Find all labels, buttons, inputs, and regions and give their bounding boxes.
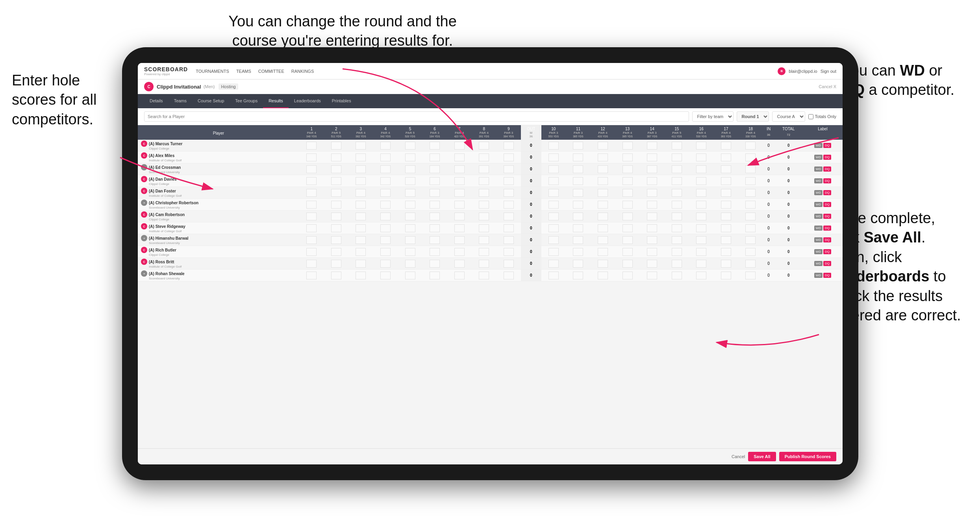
hole-7-input-row-3[interactable] xyxy=(447,175,472,187)
hole-8-input-row-6[interactable] xyxy=(472,211,496,222)
hole-14-score-input[interactable] xyxy=(647,224,657,232)
hole-18-score-input[interactable] xyxy=(745,165,756,173)
hole-7-input-row-0[interactable] xyxy=(447,140,472,152)
sign-out-link[interactable]: Sign out xyxy=(821,69,836,74)
hole-14-input-row-5[interactable] xyxy=(640,199,665,211)
hole-14-input-row-4[interactable] xyxy=(640,187,665,199)
hole-14-input-row-9[interactable] xyxy=(640,246,665,258)
hole-4-input-row-10[interactable] xyxy=(373,258,398,270)
hole-17-score-input[interactable] xyxy=(721,213,731,220)
hole-16-score-input[interactable] xyxy=(696,201,706,209)
hole-14-input-row-7[interactable] xyxy=(640,222,665,234)
hole-12-score-input[interactable] xyxy=(598,236,608,244)
hole-2-score-input[interactable] xyxy=(331,142,341,150)
hole-4-input-row-2[interactable] xyxy=(373,163,398,175)
hole-11-input-row-3[interactable] xyxy=(566,175,591,187)
hole-4-score-input[interactable] xyxy=(380,213,391,220)
hole-12-input-row-11[interactable] xyxy=(591,270,615,281)
hole-15-score-input[interactable] xyxy=(672,224,682,232)
hole-16-score-input[interactable] xyxy=(696,177,706,185)
hole-6-score-input[interactable] xyxy=(430,213,440,220)
hole-5-score-input[interactable] xyxy=(405,224,415,232)
hole-9-input-row-1[interactable] xyxy=(496,152,521,163)
hole-4-score-input[interactable] xyxy=(380,260,391,268)
hole-1-score-input[interactable] xyxy=(306,213,317,220)
hole-10-score-input[interactable] xyxy=(548,189,559,197)
hole-3-score-input[interactable] xyxy=(356,177,366,185)
nav-teams[interactable]: TEAMS xyxy=(236,69,251,74)
hole-14-score-input[interactable] xyxy=(647,153,657,161)
hole-12-score-input[interactable] xyxy=(598,272,608,279)
wd-button[interactable]: WD xyxy=(814,143,823,148)
hole-2-input-row-7[interactable] xyxy=(324,222,349,234)
hole-10-input-row-11[interactable] xyxy=(541,270,566,281)
hole-7-score-input[interactable] xyxy=(454,248,465,256)
wd-button[interactable]: WD xyxy=(814,273,823,278)
hole-14-input-row-0[interactable] xyxy=(640,140,665,152)
hole-7-input-row-10[interactable] xyxy=(447,258,472,270)
dq-button[interactable]: DQ xyxy=(823,249,831,254)
hole-10-input-row-0[interactable] xyxy=(541,140,566,152)
hole-12-score-input[interactable] xyxy=(598,189,608,197)
hole-14-score-input[interactable] xyxy=(647,165,657,173)
hole-1-input-row-11[interactable] xyxy=(299,270,324,281)
hole-6-score-input[interactable] xyxy=(430,248,440,256)
hole-5-score-input[interactable] xyxy=(405,177,415,185)
hole-2-input-row-6[interactable] xyxy=(324,211,349,222)
hole-18-score-input[interactable] xyxy=(745,248,756,256)
hole-4-score-input[interactable] xyxy=(380,189,391,197)
hole-3-score-input[interactable] xyxy=(356,142,366,150)
hole-2-score-input[interactable] xyxy=(331,177,341,185)
hole-10-score-input[interactable] xyxy=(548,224,559,232)
hole-16-input-row-6[interactable] xyxy=(689,211,714,222)
hole-4-input-row-5[interactable] xyxy=(373,199,398,211)
hole-3-score-input[interactable] xyxy=(356,201,366,209)
hole-14-score-input[interactable] xyxy=(647,142,657,150)
hole-8-score-input[interactable] xyxy=(479,272,489,279)
hole-18-score-input[interactable] xyxy=(745,236,756,244)
hole-14-score-input[interactable] xyxy=(647,213,657,220)
hole-12-input-row-4[interactable] xyxy=(591,187,615,199)
hole-7-input-row-8[interactable] xyxy=(447,234,472,246)
hole-4-score-input[interactable] xyxy=(380,153,391,161)
hole-10-input-row-7[interactable] xyxy=(541,222,566,234)
tab-leaderboards[interactable]: Leaderboards xyxy=(289,94,326,108)
hole-17-score-input[interactable] xyxy=(721,165,731,173)
hole-9-input-row-9[interactable] xyxy=(496,246,521,258)
hole-8-score-input[interactable] xyxy=(479,177,489,185)
save-all-button[interactable]: Save All xyxy=(748,452,776,461)
hole-8-score-input[interactable] xyxy=(479,201,489,209)
hole-6-input-row-10[interactable] xyxy=(422,258,447,270)
hole-12-score-input[interactable] xyxy=(598,224,608,232)
hole-2-score-input[interactable] xyxy=(331,224,341,232)
hole-17-input-row-5[interactable] xyxy=(714,199,739,211)
hole-16-input-row-1[interactable] xyxy=(689,152,714,163)
hole-1-input-row-7[interactable] xyxy=(299,222,324,234)
hole-10-score-input[interactable] xyxy=(548,213,559,220)
hole-5-input-row-1[interactable] xyxy=(398,152,422,163)
hole-14-input-row-6[interactable] xyxy=(640,211,665,222)
hole-1-score-input[interactable] xyxy=(306,236,317,244)
hole-3-input-row-5[interactable] xyxy=(348,199,373,211)
hole-17-score-input[interactable] xyxy=(721,153,731,161)
hole-6-input-row-11[interactable] xyxy=(422,270,447,281)
hole-8-score-input[interactable] xyxy=(479,260,489,268)
hole-16-input-row-8[interactable] xyxy=(689,234,714,246)
hole-11-input-row-5[interactable] xyxy=(566,199,591,211)
hole-1-input-row-2[interactable] xyxy=(299,163,324,175)
hole-13-score-input[interactable] xyxy=(622,189,633,197)
hole-2-input-row-4[interactable] xyxy=(324,187,349,199)
hole-17-score-input[interactable] xyxy=(721,236,731,244)
hole-10-score-input[interactable] xyxy=(548,201,559,209)
hole-9-input-row-0[interactable] xyxy=(496,140,521,152)
hole-7-score-input[interactable] xyxy=(454,272,465,279)
hole-16-input-row-11[interactable] xyxy=(689,270,714,281)
hole-2-input-row-10[interactable] xyxy=(324,258,349,270)
hole-15-score-input[interactable] xyxy=(672,248,682,256)
dq-button[interactable]: DQ xyxy=(823,261,831,266)
hole-9-input-row-8[interactable] xyxy=(496,234,521,246)
hole-13-input-row-10[interactable] xyxy=(615,258,640,270)
hole-6-input-row-2[interactable] xyxy=(422,163,447,175)
hole-8-score-input[interactable] xyxy=(479,142,489,150)
hole-3-input-row-9[interactable] xyxy=(348,246,373,258)
